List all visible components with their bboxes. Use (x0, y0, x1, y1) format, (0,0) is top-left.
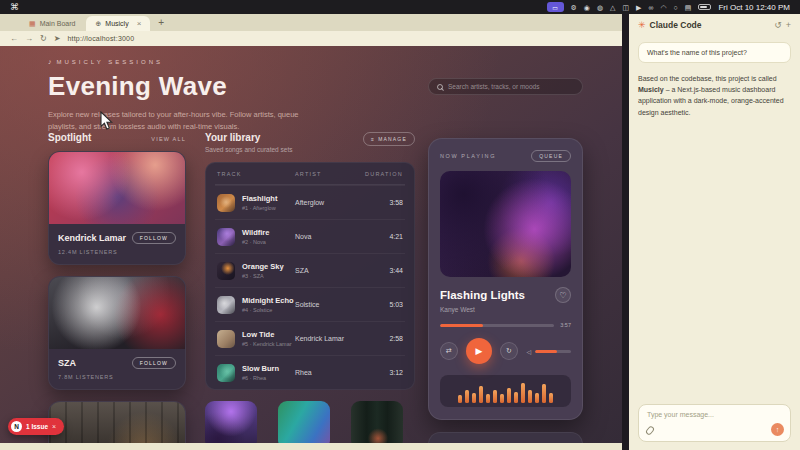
close-icon[interactable]: × (52, 423, 56, 430)
shuffle-button[interactable]: ⇄ (440, 342, 458, 360)
gallery-thumb-lights[interactable] (278, 401, 330, 443)
view-all-link[interactable]: VIEW ALL (151, 136, 186, 142)
search-icon (437, 84, 443, 90)
tab-favicon-doc-icon: ▦ (29, 20, 36, 28)
tab-main-board[interactable]: ▦ Main Board (20, 16, 84, 31)
reload-button[interactable]: ↻ (40, 35, 47, 43)
attachment-icon[interactable] (645, 425, 655, 436)
eq-bar (535, 393, 539, 403)
track-artist: Kendrick Lamar (295, 335, 361, 342)
nextjs-logo-icon: N (11, 421, 22, 432)
issue-count-label: 1 Issue (26, 423, 48, 430)
spotlight-heading: Spotlight (48, 132, 91, 143)
input-placeholder: Type your message... (647, 411, 782, 418)
tab-favicon-globe-icon: ⊕ (95, 20, 101, 28)
heart-icon[interactable]: ♡ (555, 287, 571, 303)
url-bar[interactable]: http://localhost:3000 (67, 35, 134, 42)
dev-issue-badge[interactable]: N 1 Issue × (8, 418, 64, 435)
library-heading: Your library (205, 132, 292, 143)
track-art (217, 296, 235, 314)
album-art (440, 171, 571, 277)
eq-bar (486, 394, 490, 403)
artist-card-sza[interactable]: SZA FOLLOW 7.8M LISTENERS (48, 276, 186, 390)
send-button[interactable]: ↑ (771, 423, 784, 436)
follow-button[interactable]: FOLLOW (132, 232, 176, 244)
now-playing-column: NOW PLAYING QUEUE Flashing Lights ♡ Kany… (428, 138, 583, 443)
artist-photo (49, 277, 185, 349)
status-icon-window[interactable]: ◫ (622, 4, 629, 11)
progress-bar[interactable] (440, 324, 554, 327)
track-subtitle: #5 · Kendrick Lamar (242, 341, 292, 347)
status-icon-infinity[interactable]: ∞ (648, 4, 653, 11)
track-duration: 4:21 (361, 233, 403, 240)
artist-name: Kendrick Lamar (58, 233, 126, 243)
page-content: ♪ MUSICLY SESSIONS Evening Wave Explore … (0, 46, 622, 443)
gallery-thumb-river[interactable] (351, 401, 403, 443)
share-button[interactable]: ➤ (54, 35, 61, 43)
control-center-icon[interactable]: ▤ (685, 4, 692, 11)
table-row[interactable]: Low Tide #5 · Kendrick Lamar Kendrick La… (215, 321, 405, 355)
wifi-icon[interactable]: ◠ (660, 4, 666, 11)
window-gap (622, 14, 629, 450)
track-artist: Nova (295, 233, 361, 240)
tab-close-icon[interactable]: × (137, 19, 142, 28)
equalizer (440, 375, 571, 407)
status-icon-gear[interactable]: ⚙ (571, 4, 577, 11)
track-subtitle: #2 · Nova (242, 239, 269, 245)
artist-card-partial[interactable] (48, 401, 186, 443)
track-title: Low Tide (242, 330, 292, 339)
status-icon-target[interactable]: ◉ (584, 4, 590, 11)
menubar: ⌘ ▭ ⚙ ◉ ◍ △ ◫ ▶ ∞ ◠ ○ ▤ Fri Oct 10 12:40… (0, 0, 800, 14)
search-input[interactable]: Search artists, tracks, or moods (428, 78, 583, 95)
new-tab-button[interactable]: + (158, 17, 164, 28)
manage-button[interactable]: ≡ MANAGE (363, 132, 415, 146)
track-title: Flashlight (242, 194, 277, 203)
eq-bar (507, 388, 511, 403)
mouse-cursor (99, 111, 113, 131)
claude-panel-title: Claude Code (650, 20, 702, 30)
track-art (217, 194, 235, 212)
status-icon-triangle[interactable]: △ (610, 4, 615, 11)
repeat-button[interactable]: ↻ (500, 342, 518, 360)
table-row[interactable]: Midnight Echo #4 · Solstice Solstice 5:0… (215, 287, 405, 321)
history-icon[interactable]: ↺ (774, 20, 782, 30)
search-icon[interactable]: ○ (674, 4, 678, 11)
table-row[interactable]: Wildfire #2 · Nova Nova 4:21 (215, 219, 405, 253)
volume-slider[interactable] (535, 350, 571, 353)
table-row[interactable]: Flashlight #1 · Afterglow Afterglow 3:58 (215, 185, 405, 219)
table-row[interactable]: Orange Sky #3 · SZA SZA 3:44 (215, 253, 405, 287)
track-duration-label: 3:57 (560, 322, 571, 328)
message-input[interactable]: Type your message... ↑ (638, 404, 791, 442)
track-art (217, 364, 235, 382)
column-header-duration: DURATION (361, 171, 403, 177)
queue-button[interactable]: QUEUE (531, 150, 571, 162)
menubar-clock[interactable]: Fri Oct 10 12:40 PM (718, 3, 790, 12)
forward-button[interactable]: → (25, 35, 33, 43)
tab-musicly[interactable]: ⊕ Musicly × (86, 16, 150, 31)
user-message: What's the name of this project? (638, 42, 791, 63)
status-icon-play[interactable]: ▶ (636, 4, 641, 11)
track-title: Slow Burn (242, 364, 279, 373)
tab-label: Musicly (105, 20, 128, 27)
eq-bar (500, 394, 504, 403)
column-header-artist: ARTIST (295, 171, 361, 177)
apple-menu-icon[interactable]: ⌘ (10, 3, 19, 12)
screen-record-indicator-icon[interactable]: ▭ (547, 2, 564, 12)
volume-icon: ◁ (526, 348, 531, 355)
new-chat-icon[interactable]: + (786, 20, 791, 30)
gallery-thumb-crowd[interactable] (205, 401, 257, 443)
progress-fill (440, 324, 483, 327)
now-playing-label: NOW PLAYING (440, 153, 496, 159)
page-subtitle: Explore new releases tailored to your af… (48, 109, 306, 133)
follow-button[interactable]: FOLLOW (132, 357, 176, 369)
table-row[interactable]: Slow Burn #6 · Rhea Rhea 3:12 (215, 355, 405, 389)
battery-icon[interactable] (698, 4, 711, 10)
eq-bar (514, 392, 518, 403)
back-button[interactable]: ← (10, 35, 18, 43)
status-icon-globe[interactable]: ◍ (597, 4, 603, 11)
artist-card-kendrick[interactable]: Kendrick Lamar FOLLOW 12.4M LISTENERS (48, 151, 186, 265)
track-duration: 5:03 (361, 301, 403, 308)
track-title: Midnight Echo (242, 296, 294, 305)
play-button[interactable]: ▶ (466, 338, 492, 364)
spotlight-section: Spotlight VIEW ALL Kendrick Lamar FOLLOW… (48, 132, 186, 443)
